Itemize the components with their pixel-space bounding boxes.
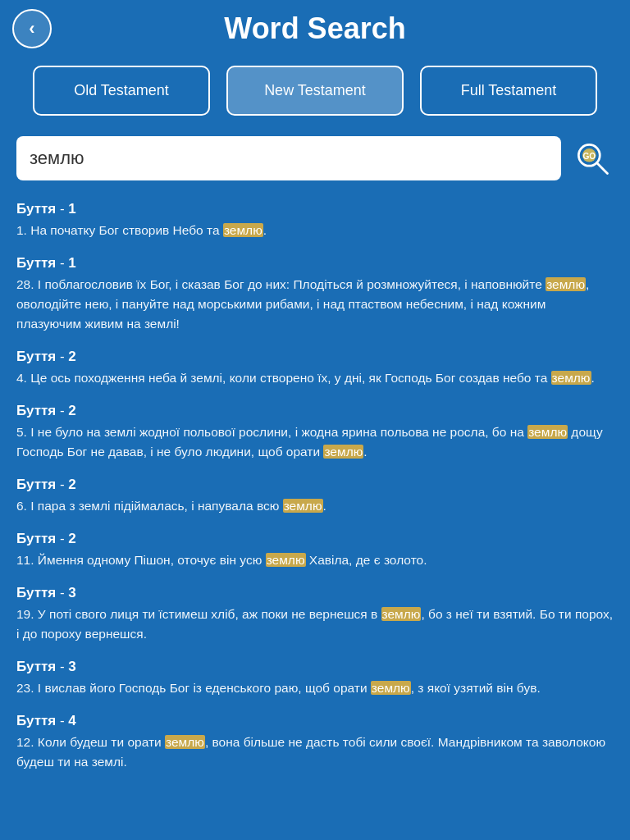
result-heading: Буття - 1	[16, 201, 614, 217]
result-heading: Буття - 3	[16, 659, 614, 675]
result-text: 23. І вислав його Господь Бог із еденськ…	[16, 678, 614, 698]
svg-text:GO: GO	[582, 152, 596, 161]
header: ‹ Word Search	[0, 0, 630, 57]
search-button[interactable]: GO	[571, 137, 614, 180]
testament-tabs: Old Testament New Testament Full Testame…	[0, 57, 630, 132]
result-text: 1. На початку Бог створив Небо та землю.	[16, 221, 614, 240]
search-highlight: землю	[371, 681, 411, 695]
search-highlight: землю	[546, 277, 586, 291]
result-text: 5. І не було на землі жодної польової ро…	[16, 422, 614, 462]
search-highlight: землю	[381, 607, 422, 621]
result-heading: Буття - 4	[16, 713, 614, 729]
result-text: 6. І пара з землі підіймалась, і напувал…	[16, 496, 614, 516]
result-heading: Буття - 2	[16, 531, 614, 547]
result-heading: Буття - 2	[16, 477, 614, 493]
result-group: Буття - 323. І вислав його Господь Бог і…	[16, 659, 614, 698]
result-group: Буття - 412. Коли будеш ти орати землю, …	[16, 713, 614, 772]
search-highlight: землю	[323, 445, 363, 459]
page-title: Word Search	[224, 11, 405, 46]
tab-full-testament[interactable]: Full Testament	[420, 66, 597, 116]
result-heading: Буття - 2	[16, 403, 614, 419]
result-group: Буття - 24. Це ось походження неба й зем…	[16, 349, 614, 388]
back-button[interactable]: ‹	[12, 9, 52, 48]
result-text: 19. У поті свого лиця ти їстимеш хліб, а…	[16, 605, 614, 644]
result-group: Буття - 211. Ймення одному Пішон, оточує…	[16, 531, 614, 570]
result-heading: Буття - 1	[16, 255, 614, 272]
result-text: 28. І поблагословив їх Бог, і сказав Бог…	[16, 275, 614, 334]
search-go-icon: GO	[573, 139, 612, 178]
result-group: Буття - 319. У поті свого лиця ти їстиме…	[16, 585, 614, 644]
result-group: Буття - 26. І пара з землі підіймалась, …	[16, 477, 614, 516]
search-highlight: землю	[551, 371, 591, 385]
search-input[interactable]	[16, 136, 561, 180]
result-heading: Буття - 2	[16, 349, 614, 365]
search-highlight: землю	[283, 499, 323, 513]
result-group: Буття - 11. На початку Бог створив Небо …	[16, 201, 614, 240]
svg-line-1	[597, 163, 608, 174]
search-area: GO	[0, 132, 630, 197]
result-text: 4. Це ось походження неба й землі, коли …	[16, 368, 614, 388]
results-list: Буття - 11. На початку Бог створив Небо …	[0, 197, 630, 803]
search-highlight: землю	[165, 735, 205, 749]
tab-old-testament[interactable]: Old Testament	[33, 66, 210, 116]
result-group: Буття - 128. І поблагословив їх Бог, і с…	[16, 255, 614, 334]
search-highlight: землю	[223, 223, 263, 237]
result-heading: Буття - 3	[16, 585, 614, 601]
tab-new-testament[interactable]: New Testament	[226, 66, 404, 116]
result-text: 11. Ймення одному Пішон, оточує він усю …	[16, 550, 614, 570]
result-text: 12. Коли будеш ти орати землю, вона біль…	[16, 733, 614, 772]
search-highlight: землю	[527, 425, 568, 439]
result-group: Буття - 25. І не було на землі жодної по…	[16, 403, 614, 462]
search-highlight: землю	[266, 553, 306, 567]
